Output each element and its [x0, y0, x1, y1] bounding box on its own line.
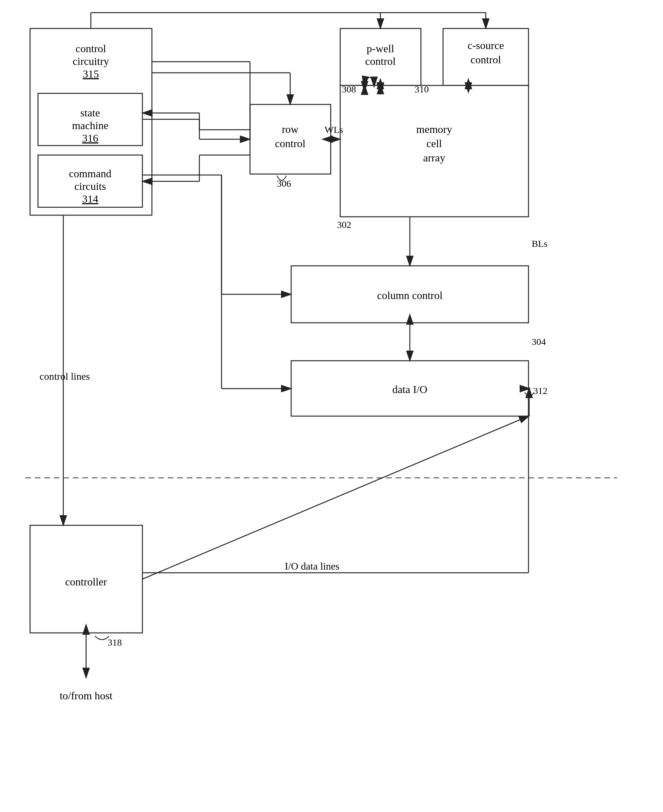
svg-text:controller: controller: [65, 576, 107, 588]
svg-text:c-source: c-source: [467, 40, 504, 51]
svg-text:314: 314: [82, 193, 99, 205]
svg-text:data I/O: data I/O: [393, 383, 427, 395]
svg-text:308: 308: [342, 84, 356, 94]
svg-line-106: [364, 82, 365, 86]
svg-text:312: 312: [533, 385, 548, 396]
svg-text:316: 316: [82, 132, 99, 144]
svg-text:315: 315: [83, 68, 99, 80]
svg-text:WLs: WLs: [325, 125, 343, 135]
svg-text:I/O data lines: I/O data lines: [285, 560, 339, 572]
svg-text:302: 302: [337, 219, 351, 230]
svg-text:circuits: circuits: [74, 180, 106, 192]
diagram-svg: control circuitry 315 state machine 316 …: [0, 0, 663, 812]
svg-text:control: control: [471, 54, 501, 66]
svg-text:BLs: BLs: [532, 238, 548, 249]
svg-text:to/from host: to/from host: [60, 690, 113, 702]
svg-text:control: control: [275, 137, 306, 149]
svg-text:column control: column control: [377, 290, 443, 301]
svg-text:array: array: [423, 152, 445, 163]
svg-text:control: control: [76, 43, 106, 55]
svg-text:machine: machine: [72, 120, 108, 131]
svg-text:row: row: [282, 123, 299, 135]
svg-rect-45: [340, 86, 529, 217]
svg-text:cell: cell: [426, 137, 442, 149]
svg-text:p-well: p-well: [367, 43, 394, 55]
svg-text:memory: memory: [416, 123, 452, 135]
svg-text:304: 304: [532, 336, 546, 347]
svg-text:306: 306: [277, 178, 291, 189]
svg-text:state: state: [80, 107, 100, 119]
svg-text:circuitry: circuitry: [73, 55, 109, 67]
main-diagram: control circuitry 315 state machine 316 …: [0, 0, 663, 812]
svg-text:command: command: [69, 168, 112, 180]
svg-text:310: 310: [415, 84, 429, 94]
svg-text:control lines: control lines: [40, 370, 90, 382]
svg-text:318: 318: [108, 637, 122, 647]
svg-text:control: control: [365, 55, 396, 67]
